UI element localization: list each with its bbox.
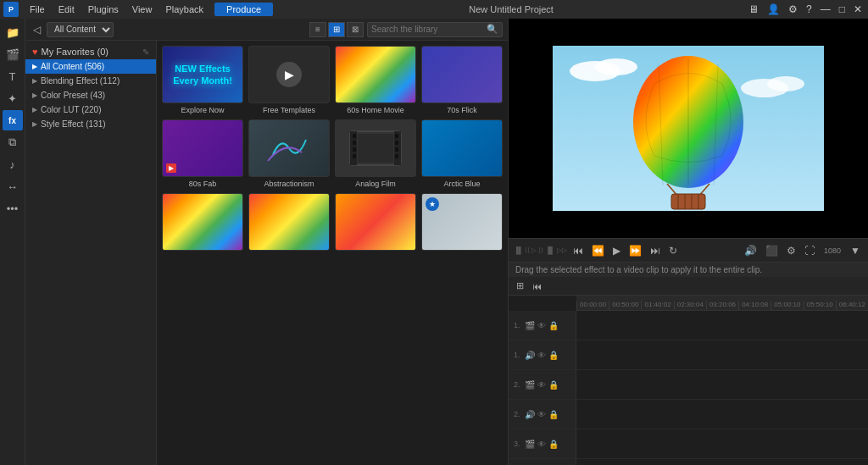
- grid-item-abstractionism[interactable]: Abstractionism: [248, 119, 330, 188]
- track-2-video-icon[interactable]: 🎬: [525, 380, 535, 390]
- thumb-abstract: [248, 119, 330, 177]
- track-3-video-lock[interactable]: 🔒: [548, 440, 559, 449]
- grid-item-row3c[interactable]: [335, 193, 416, 253]
- ruler-mark-7: 05:50:10: [804, 301, 836, 310]
- sidebar-item-all-content[interactable]: ▶ All Content (506): [25, 59, 156, 74]
- track-2-audio-eye[interactable]: 👁: [537, 410, 546, 419]
- ruler-mark-1: 00:50:00: [609, 301, 641, 310]
- track-1-audio-icon[interactable]: 🔊: [525, 351, 535, 360]
- svg-rect-10: [395, 154, 398, 158]
- resolution-dropdown[interactable]: ▼: [848, 243, 863, 258]
- content-grid: NEW EffectsEvery Month! Explore Now ▶ Fr…: [157, 41, 508, 465]
- track-1-video-content: [576, 311, 868, 340]
- tool-transitions[interactable]: ↔: [3, 176, 23, 197]
- grid-item-analog[interactable]: Analog Film: [335, 119, 416, 188]
- grid-item-row3b[interactable]: [248, 193, 330, 253]
- track-3-video-eye[interactable]: 👁: [537, 440, 546, 449]
- svg-rect-3: [353, 134, 356, 138]
- monitor-icon[interactable]: 🖥: [746, 3, 761, 15]
- rewind-btn[interactable]: ⏪: [589, 243, 607, 258]
- loop-btn[interactable]: ↻: [666, 243, 680, 258]
- tool-fx[interactable]: fx: [3, 110, 23, 130]
- ff-btn[interactable]: ⏩: [626, 243, 644, 258]
- settings-icon[interactable]: ⚙: [786, 3, 800, 15]
- track-2-audio-icon[interactable]: 🔊: [525, 410, 535, 419]
- sidebar-item-style-label: Style Effect (131): [41, 119, 106, 129]
- grid-item-70s[interactable]: 70s Flick: [421, 46, 503, 114]
- tool-text[interactable]: T: [3, 66, 23, 86]
- svg-rect-6: [353, 154, 356, 158]
- content-dropdown[interactable]: All Content: [47, 22, 114, 37]
- sidebar-item-color-preset[interactable]: ▶ Color Preset (43): [25, 88, 156, 102]
- main-layout: 📁 🎬 T ✦ fx ⧉ ♪ ↔ ••• ◁ All Content ≡ ⊞ ⊠…: [0, 19, 868, 465]
- settings-btn[interactable]: ⚙: [784, 243, 798, 258]
- grid-item-row3d[interactable]: ★: [421, 193, 503, 253]
- arrow-icon-4: ▶: [32, 106, 37, 113]
- 60s-label: 60s Home Movie: [347, 106, 404, 114]
- sidebar-item-color-preset-label: Color Preset (43): [41, 91, 105, 100]
- menu-edit[interactable]: Edit: [53, 3, 81, 16]
- large-grid-btn[interactable]: ⊠: [347, 22, 364, 37]
- svg-rect-11: [358, 134, 393, 163]
- grid-item-arctic[interactable]: Arctic Blue: [421, 119, 503, 188]
- panel-body: ♥ My Favorites (0) ✎ ▶ All Content (506)…: [25, 41, 508, 465]
- close-button[interactable]: ✕: [851, 3, 865, 15]
- track-1-video-lock[interactable]: 🔒: [548, 321, 559, 330]
- track-1-video-eye[interactable]: 👁: [537, 321, 546, 330]
- track-1-audio-eye[interactable]: 👁: [537, 351, 546, 360]
- back-icon[interactable]: ◁: [31, 22, 43, 37]
- favorites-edit-icon[interactable]: ✎: [142, 47, 149, 57]
- track-1-audio-lock[interactable]: 🔒: [548, 351, 559, 360]
- grid-item-explore[interactable]: NEW EffectsEvery Month! Explore Now: [162, 46, 243, 114]
- produce-button[interactable]: Produce: [214, 3, 273, 16]
- ruler-marks: 00:00:00 00:50:00 01:40:02 02:30:04 03:2…: [576, 296, 868, 310]
- right-panel: ▐▌ ⟨⟨ ▷ ⟩⟩ ▐▌ ▷▷ ⏮ ⏪ ▶ ⏩ ⏭ ↻ 🔊 ⬛ ⚙ ⛶ 108…: [509, 19, 868, 465]
- prev-btn[interactable]: ⏮: [570, 243, 586, 258]
- maximize-button[interactable]: □: [837, 3, 848, 15]
- track-2-audio-lock[interactable]: 🔒: [548, 410, 559, 419]
- arrow-icon-5: ▶: [32, 120, 37, 128]
- sidebar-item-style-effect[interactable]: ▶ Style Effect (131): [25, 117, 156, 131]
- sidebar-item-blending[interactable]: ▶ Blending Effect (112): [25, 74, 156, 88]
- tool-library[interactable]: 📁: [3, 22, 23, 42]
- track-3-video-controls: 3. 🎬 👁 🔒: [509, 429, 576, 458]
- account-icon[interactable]: 👤: [765, 3, 782, 15]
- next-btn[interactable]: ⏭: [648, 243, 663, 258]
- menu-file[interactable]: File: [24, 3, 51, 16]
- svg-rect-23: [671, 194, 705, 209]
- thumb-60s: [335, 46, 416, 103]
- fullscreen-btn[interactable]: ⛶: [802, 243, 817, 258]
- left-toolbar: 📁 🎬 T ✦ fx ⧉ ♪ ↔ •••: [0, 19, 25, 465]
- tool-audio[interactable]: ♪: [3, 154, 23, 174]
- list-view-btn[interactable]: ≡: [309, 22, 326, 37]
- track-2-video-eye[interactable]: 👁: [537, 380, 546, 390]
- favorites-row[interactable]: ♥ My Favorites (0) ✎: [25, 44, 156, 59]
- tool-overlay[interactable]: ⧉: [3, 132, 23, 152]
- tool-media[interactable]: 🎬: [3, 44, 23, 64]
- thumb-free: ▶: [248, 46, 330, 103]
- tl-skip-back[interactable]: ⏮: [530, 280, 544, 292]
- track-1-video-icon[interactable]: 🎬: [525, 321, 535, 330]
- grid-item-row3a[interactable]: [162, 193, 243, 253]
- menu-playback[interactable]: Playback: [159, 3, 209, 16]
- menu-view[interactable]: View: [126, 3, 159, 16]
- favorites-label: My Favorites (0): [42, 47, 108, 57]
- search-input[interactable]: [371, 25, 487, 34]
- track-3-video-icon[interactable]: 🎬: [525, 440, 535, 449]
- grid-item-free-templates[interactable]: ▶ Free Templates: [248, 46, 330, 114]
- help-icon[interactable]: ?: [804, 3, 815, 15]
- grid-view-btn[interactable]: ⊞: [328, 22, 345, 37]
- grid-item-80s[interactable]: ▶ 80s Fab: [162, 119, 243, 188]
- menu-plugins[interactable]: Plugins: [82, 3, 125, 16]
- minimize-button[interactable]: —: [818, 3, 833, 15]
- track-2-video-lock[interactable]: 🔒: [548, 380, 559, 390]
- thumb-row3d: ★: [421, 193, 503, 251]
- tool-more[interactable]: •••: [3, 198, 23, 219]
- tool-effects[interactable]: ✦: [3, 88, 23, 108]
- captions-btn[interactable]: ⬛: [763, 243, 781, 258]
- play-btn[interactable]: ▶: [610, 243, 623, 258]
- grid-item-60s[interactable]: 60s Home Movie: [335, 46, 416, 114]
- sidebar-item-color-lut[interactable]: ▶ Color LUT (220): [25, 102, 156, 117]
- tl-grid-btn[interactable]: ⊞: [514, 280, 526, 292]
- volume-icon[interactable]: 🔊: [742, 243, 760, 258]
